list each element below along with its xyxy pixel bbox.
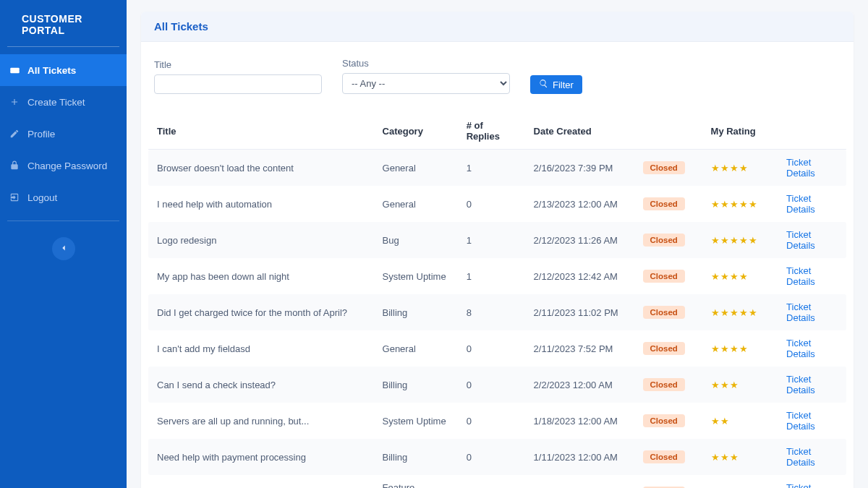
edit-icon [9,128,20,140]
star-icon: ★ [711,307,720,318]
cell-status: Closed [636,367,704,403]
cell-category: General [375,330,459,367]
tickets-table-wrap: Title Category # of Replies Date Created… [141,113,854,488]
table-row: Browser doesn't load the contentGeneral1… [148,150,846,187]
ticket-details-link[interactable]: Ticket Details [786,265,815,287]
cell-rating: ★★★★★ [704,222,780,258]
star-icon: ★ [711,235,720,246]
sidebar-item-label: Logout [27,192,57,203]
cell-details: Ticket Details [779,367,846,403]
cell-category: Feature Request [375,475,459,488]
status-badge: Closed [643,234,685,247]
star-icon: ★ [720,271,729,282]
status-badge: Closed [643,342,685,355]
rating-stars: ★★★★ [711,343,748,354]
filter-title-input[interactable] [154,74,322,94]
ticket-details-link[interactable]: Ticket Details [786,193,815,215]
main-content: All Tickets Title Status -- Any -- Filte… [127,0,868,488]
star-icon: ★ [720,235,729,246]
cell-title: Servers are all up and running, but... [148,403,375,439]
cell-details: Ticket Details [779,439,846,475]
tickets-table: Title Category # of Replies Date Created… [148,113,846,488]
ticket-details-link[interactable]: Ticket Details [786,374,815,395]
star-icon: ★ [730,343,739,354]
sidebar-item-label: Profile [27,129,55,140]
cell-rating: ★★★ [704,439,780,475]
cell-status: Closed [636,150,704,187]
ticket-details-link[interactable]: Ticket Details [786,301,815,323]
col-title: Title [148,113,375,150]
filter-status-select[interactable]: -- Any -- [342,73,510,94]
collapse-sidebar-button[interactable] [52,237,75,260]
star-icon: ★ [711,199,720,210]
cell-rating: ★★ [704,403,780,439]
star-icon: ★ [730,380,739,390]
cell-rating: ★★★★★ [704,186,780,222]
ticket-details-link[interactable]: Ticket Details [786,410,815,432]
ticket-details-link[interactable]: Ticket Details [786,157,815,179]
sidebar-item-create-ticket[interactable]: Create Ticket [0,86,127,118]
star-icon: ★ [720,199,729,210]
star-icon: ★ [730,163,739,174]
table-row: Can I send a check instead?Billing02/2/2… [148,367,846,403]
sidebar-item-change-password[interactable]: Change Password [0,150,127,181]
cell-date: 1/11/2023 12:00 AM [527,439,636,475]
cell-details: Ticket Details [779,330,846,367]
star-icon: ★ [730,307,739,318]
rating-stars: ★★★★★ [711,235,757,246]
star-icon: ★ [720,452,729,463]
cell-category: Billing [375,367,459,403]
cell-rating: ★★★★ [704,258,780,294]
table-row: Need help with payment processingBilling… [148,439,846,475]
star-icon: ★ [720,380,729,390]
sidebar-item-all-tickets[interactable]: All Tickets [0,54,127,86]
rating-stars: ★★★ [711,380,739,390]
cell-category: General [375,186,459,222]
star-icon: ★ [711,416,720,427]
cell-title: Can I send a check instead? [148,367,375,403]
col-rating: My Rating [704,113,780,150]
cell-title: I can't add my fieldasd [148,330,375,367]
cell-category: System Uptime [375,258,459,294]
sidebar-item-label: Change Password [27,160,107,171]
ticket-icon [9,64,20,76]
cell-replies: 1 [459,258,527,294]
sidebar-item-profile[interactable]: Profile [0,118,127,150]
rating-stars: ★★★★★ [711,307,757,318]
nav: All Tickets Create Ticket Profile Change… [0,54,127,260]
star-icon: ★ [739,235,748,246]
cell-title: Need help with payment processing [148,439,375,475]
cell-details: Ticket Details [779,186,846,222]
cell-status: Closed [636,186,704,222]
cell-details: Ticket Details [779,475,846,488]
filter-button[interactable]: Filter [530,75,582,94]
cell-replies: 8 [459,294,527,330]
cell-replies: 0 [459,439,527,475]
star-icon: ★ [739,163,748,174]
col-status [636,113,704,150]
ticket-details-link[interactable]: Ticket Details [786,338,815,359]
star-icon: ★ [720,416,729,427]
star-icon: ★ [739,199,748,210]
cell-status: Closed [636,294,704,330]
ticket-details-link[interactable]: Ticket Details [786,229,815,251]
cell-title: Did I get charged twice for the month of… [148,294,375,330]
sidebar-item-logout[interactable]: Logout [0,181,127,213]
star-icon: ★ [730,199,739,210]
cell-replies: 0 [459,186,527,222]
star-icon: ★ [711,380,720,390]
ticket-details-link[interactable]: Ticket Details [786,482,815,488]
cell-status: Closed [636,439,704,475]
rating-stars: ★★★★ [711,163,748,174]
cell-replies: 1 [459,222,527,258]
cell-status: Closed [636,403,704,439]
star-icon: ★ [730,235,739,246]
table-row: I can't add my fieldasdGeneral02/11/2023… [148,330,846,367]
rating-stars: ★★★ [711,452,739,463]
ticket-details-link[interactable]: Ticket Details [786,446,815,468]
star-icon: ★ [720,163,729,174]
cell-status: Closed [636,258,704,294]
status-badge: Closed [643,414,685,427]
cell-category: Billing [375,294,459,330]
table-row: I need help with automationGeneral02/13/… [148,186,846,222]
